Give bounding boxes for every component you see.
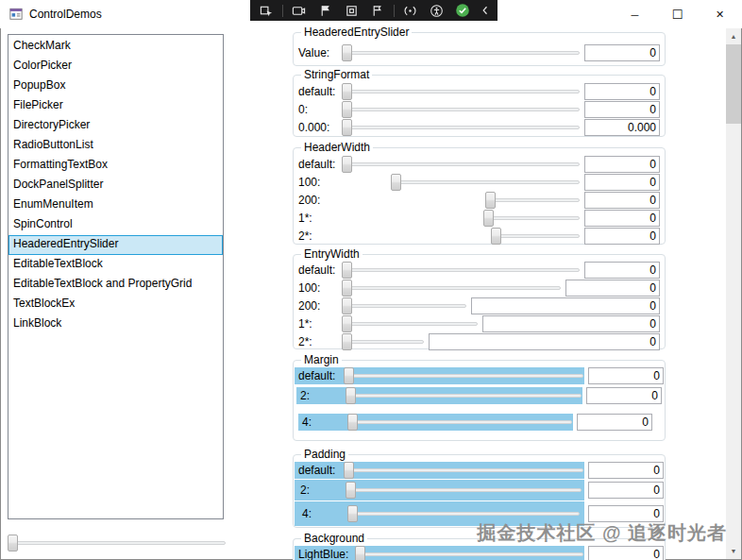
slider-thumb[interactable] [485,192,496,209]
slider-track[interactable] [492,234,580,238]
value-slider[interactable] [346,482,582,499]
slider-thumb[interactable] [355,546,365,560]
value-input[interactable] [584,174,660,191]
slider-track[interactable] [343,90,580,93]
value-input[interactable] [429,333,660,350]
slider-thumb[interactable] [347,505,358,522]
list-item-editabletextblock[interactable]: EditableTextBlock [8,255,223,275]
value-slider[interactable] [491,228,581,245]
hot-reload-icon[interactable] [400,0,421,21]
list-item-popupbox[interactable]: PopupBox [8,76,223,96]
value-slider[interactable] [342,101,581,118]
value-input[interactable] [584,228,660,245]
slider-track[interactable] [345,374,583,378]
list-item-colorpicker[interactable]: ColorPicker [8,57,223,76]
hot-reload-enabled-icon[interactable] [452,0,473,21]
value-slider[interactable] [342,156,581,173]
value-input[interactable] [588,367,664,384]
value-slider[interactable] [342,297,467,314]
slider-thumb[interactable] [342,297,352,314]
slider-thumb[interactable] [342,262,352,279]
slider-thumb[interactable] [344,462,354,479]
maximize-button[interactable]: ☐ [656,1,699,28]
close-button[interactable]: ✕ [699,1,741,28]
slider-track[interactable] [343,51,580,55]
list-item-linkblock[interactable]: LinkBlock [8,314,223,334]
value-slider[interactable] [342,119,581,136]
slider-track[interactable] [346,488,582,492]
flag-pin-icon[interactable] [367,0,388,21]
value-input[interactable] [588,546,664,560]
slider-track[interactable] [348,512,580,516]
value-slider[interactable] [347,505,581,522]
value-slider[interactable] [342,333,425,350]
value-slider[interactable] [342,44,581,61]
list-item-checkmark[interactable]: CheckMark [8,37,223,57]
list-item-radiobuttonlist[interactable]: RadioButtonList [8,136,223,156]
value-input[interactable] [584,262,660,279]
slider-track[interactable] [343,322,478,326]
value-input[interactable] [565,280,660,297]
slider-thumb[interactable] [346,387,356,404]
list-item-editabletextblock-propertygrid[interactable]: EditableTextBlock and PropertyGrid [8,275,223,295]
bottom-slider[interactable] [8,535,227,552]
value-slider[interactable] [485,192,581,209]
value-slider[interactable] [346,387,582,404]
slider-track[interactable] [343,162,580,166]
slider-thumb[interactable] [342,101,352,118]
value-slider[interactable] [342,280,562,297]
value-input[interactable] [584,101,660,118]
screen-capture-icon[interactable] [289,0,310,21]
slider-thumb[interactable] [8,535,18,552]
slider-track[interactable] [343,268,580,272]
value-input[interactable] [588,482,664,499]
value-slider[interactable] [342,262,581,279]
value-input[interactable] [584,192,660,209]
slider-track[interactable] [343,304,466,308]
slider-thumb[interactable] [344,367,354,384]
value-slider[interactable] [483,210,581,227]
slider-thumb[interactable] [342,119,352,136]
slider-thumb[interactable] [391,174,401,191]
slider-track[interactable] [356,552,583,556]
slider-track[interactable] [392,180,580,184]
slider-track[interactable] [486,198,580,202]
slider-track[interactable] [345,468,583,472]
layout-box-icon[interactable] [341,0,362,21]
list-item-enummenuitem[interactable]: EnumMenuItem [8,195,223,215]
slider-track[interactable] [346,394,582,398]
scrollbar-thumb[interactable] [726,44,741,124]
list-item-spincontrol[interactable]: SpinControl [8,215,223,235]
value-input[interactable] [584,119,660,136]
list-item-formattingtextbox[interactable]: FormattingTextBox [8,156,223,176]
slider-thumb[interactable] [342,333,352,350]
slider-thumb[interactable] [346,482,356,499]
value-input[interactable] [482,315,660,332]
slider-track[interactable] [343,340,424,344]
value-input[interactable] [584,44,660,61]
slider-thumb[interactable] [483,210,494,227]
slider-thumb[interactable] [342,280,352,297]
collapse-toolbar-icon[interactable] [479,0,492,21]
value-input[interactable] [588,462,664,479]
value-input[interactable] [584,210,660,227]
value-input[interactable] [588,505,664,522]
flag-element-icon[interactable] [314,0,335,21]
list-item-directorypicker[interactable]: DirectoryPicker [8,116,223,136]
list-item-textblockex[interactable]: TextBlockEx [8,295,223,314]
value-slider[interactable] [391,174,581,191]
list-item-dockpanelsplitter[interactable]: DockPanelSplitter [8,176,223,195]
slider-thumb[interactable] [347,414,358,431]
slider-track[interactable] [348,420,572,424]
slider-thumb[interactable] [491,228,501,245]
slider-track[interactable] [343,286,561,290]
value-input[interactable] [471,297,660,314]
slider-thumb[interactable] [342,156,352,173]
slider-track[interactable] [343,108,580,111]
slider-track[interactable] [8,541,226,545]
accessibility-checker-icon[interactable] [426,0,447,21]
scroll-down-icon[interactable]: ▼ [726,543,741,559]
value-input[interactable] [584,83,660,100]
value-slider[interactable] [342,83,581,100]
vertical-scrollbar[interactable]: ▲ ▼ [726,28,741,559]
